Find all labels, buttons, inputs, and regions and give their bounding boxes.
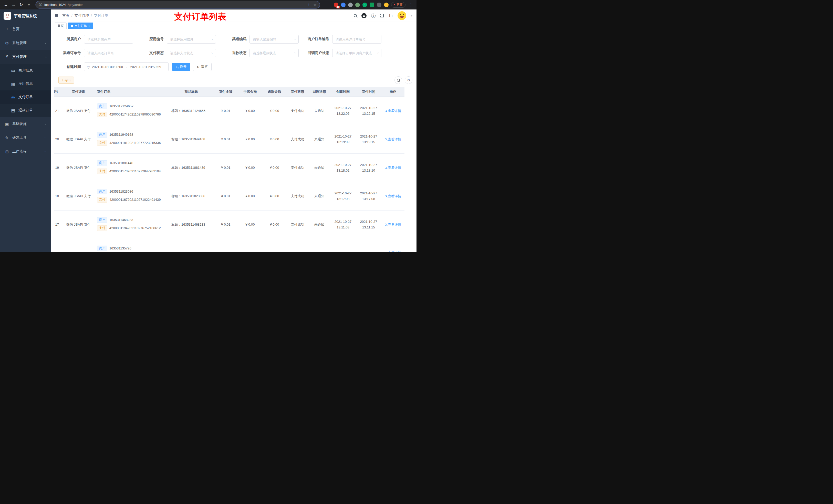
sidebar-item-label: 商户信息 <box>19 68 46 73</box>
pay-channel: 微信 JSAPI 支付 <box>63 182 95 210</box>
reload-icon[interactable]: ↻ <box>18 2 25 8</box>
merchant-order-filter-input[interactable] <box>332 35 381 44</box>
notify-status: 未通知 <box>308 97 330 125</box>
fee-amount: ¥ 0.00 <box>238 210 262 239</box>
sidebar-item-payment[interactable]: ¥ 支付管理 › <box>0 50 51 64</box>
download-icon: ↓ <box>62 78 63 82</box>
view-detail-label: 查看详情 <box>388 165 401 170</box>
extension-icon[interactable] <box>370 3 374 7</box>
sidebar-item-app-info[interactable]: ▦ 应用信息 <box>0 77 51 90</box>
extension-icon[interactable]: 10 <box>334 3 338 7</box>
merchant-order-no: 1635311468233 <box>110 218 133 222</box>
channel-order-filter-input[interactable] <box>84 49 133 57</box>
create-time-range-picker[interactable]: ◷ 2021-10-01 00:00:00 - 2021-10-31 23:59… <box>84 63 169 71</box>
view-detail-link[interactable]: 查看详情 <box>385 137 401 142</box>
extension-icon[interactable] <box>355 3 360 7</box>
extension-icon[interactable]: ✓ <box>362 3 367 7</box>
create-clock: 13:18:02 <box>332 168 354 173</box>
avatar-caret-icon[interactable]: ▾ <box>411 14 412 18</box>
browser-menu-icon[interactable]: ⋮ <box>408 3 414 7</box>
notify-status: 未通知 <box>308 125 330 153</box>
github-icon[interactable] <box>361 13 366 18</box>
reset-button[interactable]: ↻ 重置 <box>193 63 212 71</box>
search-button[interactable]: 搜索 <box>172 63 190 71</box>
tab-home[interactable]: 首页 <box>55 23 67 29</box>
back-icon[interactable]: ← <box>3 2 9 8</box>
magnifier-icon <box>385 195 387 197</box>
browser-update-button[interactable]: 更新 <box>391 2 405 8</box>
user-avatar[interactable] <box>398 11 406 20</box>
content-area: 所属商户 应用编号 › 渠道编码 › 商户订单编号 <box>51 30 416 252</box>
sidebar-item-label: 基础设施 <box>12 122 42 126</box>
breadcrumb-home[interactable]: 首页 <box>62 13 69 18</box>
sidebar-item-label: 系统管理 <box>12 41 42 45</box>
sidebar-item-workflow[interactable]: ⊞ 工作流程 › <box>0 145 51 159</box>
tab-close-icon[interactable]: × <box>88 24 90 28</box>
site-info-icon[interactable]: ⓘ <box>39 3 42 7</box>
refresh-table-button[interactable]: ↻ <box>405 76 412 84</box>
extension-avatar-icon[interactable] <box>384 3 388 7</box>
channel-code-filter-select[interactable] <box>249 35 299 44</box>
magnifier-icon <box>385 223 387 225</box>
pay-status <box>287 239 308 252</box>
sidebar-item-infrastructure[interactable]: ▣ 基础设施 › <box>0 117 51 131</box>
sidebar-item-dev-tools[interactable]: ✎ 研发工具 › <box>0 131 51 145</box>
notify-status: 未通知 <box>308 182 330 210</box>
breadcrumb: 首页 / 支付管理 / 支付订单 <box>62 13 109 18</box>
bookmark-star-icon[interactable]: ☆ <box>313 3 317 7</box>
filter-label: 商户订单编号 <box>307 37 332 42</box>
operation-cell: 查看详情 <box>381 97 404 125</box>
clock-icon: ◷ <box>87 65 90 69</box>
address-bar[interactable]: ⓘ localhost:1024 /pay/order ↥ ☆ <box>36 1 320 8</box>
app-logo-row[interactable]: 芋道管理系统 <box>0 9 51 22</box>
sidebar-item-refund-order[interactable]: ▤ 退款订单 <box>0 104 51 117</box>
extension-icon[interactable] <box>341 3 346 7</box>
merchant-filter-input[interactable] <box>84 35 133 44</box>
column-header: 手续金额 <box>238 87 262 97</box>
pay-status-filter-select[interactable] <box>167 49 216 57</box>
sidebar-item-label: 应用信息 <box>19 81 46 86</box>
fee-amount: ¥ 0.00 <box>238 182 262 210</box>
refund-status-filter-select[interactable] <box>249 49 299 57</box>
share-icon[interactable]: ↥ <box>307 3 310 7</box>
sidebar-item-pay-order[interactable]: ◎ 支付订单 <box>0 90 51 104</box>
pay-clock: 13:19:15 <box>357 139 380 145</box>
tab-pay-order[interactable]: 支付订单 × <box>68 23 93 29</box>
product-title: 标题：1635311468233 <box>169 210 214 239</box>
pay-amount: ¥ 0.01 <box>214 182 238 210</box>
filter-label: 支付状态 <box>141 51 167 55</box>
create-clock: 13:22:05 <box>332 111 354 117</box>
order-id: 21 <box>54 97 63 125</box>
gear-icon: ⚙ <box>5 41 9 46</box>
view-detail-link[interactable]: 查看详情 <box>385 194 401 198</box>
notify-status-filter-select[interactable] <box>332 49 381 57</box>
export-button[interactable]: ↓ 导出 <box>58 77 74 84</box>
refund-amount: ¥ 0.00 <box>262 182 287 210</box>
forward-icon[interactable]: → <box>10 2 17 8</box>
extension-icon[interactable] <box>348 3 353 7</box>
app-filter-select[interactable] <box>167 35 216 44</box>
view-detail-link[interactable]: 查看详情 <box>385 222 401 227</box>
pay-clock: 13:11:15 <box>357 224 380 230</box>
column-header: 回调状态 <box>308 87 330 97</box>
help-icon[interactable]: ? <box>371 14 376 18</box>
breadcrumb-section[interactable]: 支付管理 <box>74 13 89 18</box>
collapse-menu-icon[interactable]: ≡ <box>55 13 58 19</box>
orders-table-wrapper: 编号 支付渠道 支付订单 商品标题 支付金额 手续金额 退款金额 支付状态 回调… <box>54 87 413 252</box>
sidebar-item-system[interactable]: ⚙ 系统管理 › <box>0 36 51 50</box>
tab-label: 支付订单 <box>74 24 87 28</box>
view-detail-link[interactable]: 查看详情 <box>385 251 401 252</box>
sidebar-item-merchant-info[interactable]: ▭ 商户信息 <box>0 64 51 77</box>
extension-icon[interactable] <box>377 3 381 7</box>
fullscreen-icon[interactable] <box>380 14 384 18</box>
font-size-icon[interactable]: T T <box>388 13 393 18</box>
create-date: 2021-10-27 <box>332 191 354 196</box>
sidebar-item-home[interactable]: ◔ 首页 <box>0 22 51 36</box>
pay-amount: ¥ 0.01 <box>214 153 238 182</box>
pay-tag: 支付 <box>97 197 107 202</box>
search-icon[interactable] <box>354 14 357 17</box>
view-detail-link[interactable]: 查看详情 <box>385 109 401 113</box>
browser-home-icon[interactable]: ⌂ <box>26 2 32 8</box>
toggle-search-button[interactable] <box>395 76 402 84</box>
view-detail-link[interactable]: 查看详情 <box>385 165 401 170</box>
